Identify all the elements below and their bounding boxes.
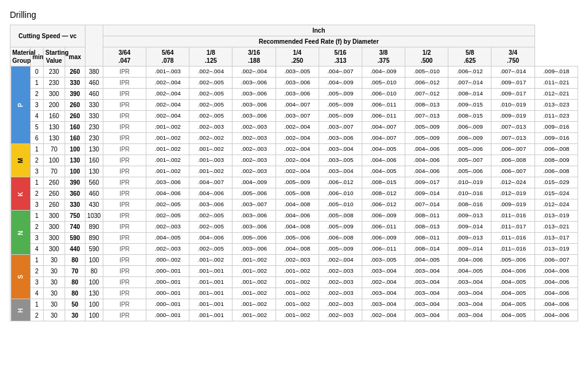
max-value: 100 bbox=[85, 299, 103, 310]
feed-rate: .006–.012 bbox=[319, 177, 362, 188]
min-value: 30 bbox=[43, 288, 65, 299]
starting-value: 750 bbox=[65, 211, 85, 222]
feed-rate: .004–.006 bbox=[534, 277, 578, 288]
unit: IPR bbox=[103, 188, 146, 199]
table-row: 2300390460IPR.002–.004.002–.005.003–.006… bbox=[10, 89, 578, 100]
feed-rate: .001–.001 bbox=[189, 277, 232, 288]
unit: IPR bbox=[103, 233, 146, 244]
feed-rate: .001–.002 bbox=[232, 266, 276, 277]
feed-rate: .007–.014 bbox=[491, 66, 534, 78]
feed-rate: .006–.011 bbox=[362, 111, 405, 122]
feed-rate: .005–.009 bbox=[319, 244, 362, 255]
feed-rate: .003–.007 bbox=[232, 199, 276, 211]
feed-rate: .002–.004 bbox=[146, 78, 189, 89]
starting-value: 160 bbox=[65, 133, 85, 144]
feed-rate: .004–.008 bbox=[276, 222, 319, 233]
unit: IPR bbox=[103, 66, 146, 78]
table-row: 4160260330IPR.002–.004.002–.005.003–.006… bbox=[10, 111, 578, 122]
feed-rate: .001–.001 bbox=[189, 266, 232, 277]
feed-rate: .012–.021 bbox=[534, 89, 578, 100]
table-row: 1230330460IPR.002–.004.002–.005.003–.006… bbox=[10, 78, 578, 89]
feed-rate: .004–.005 bbox=[491, 288, 534, 299]
row-number: 3 bbox=[30, 199, 43, 211]
feed-rate: .003–.007 bbox=[319, 122, 362, 133]
feed-rate: .013–.023 bbox=[534, 100, 578, 111]
row-number: 0 bbox=[30, 66, 43, 78]
feed-rate: .000–.002 bbox=[146, 255, 189, 266]
feed-rate: .004–.009 bbox=[362, 66, 405, 78]
max-value: 430 bbox=[85, 199, 103, 211]
d2-header: 5/64.078 bbox=[146, 47, 189, 66]
table-row: 6130160230IPR.001–.002.002–.002.002–.003… bbox=[10, 133, 578, 144]
feed-rate: .003–.006 bbox=[189, 199, 232, 211]
feed-rate: .005–.010 bbox=[362, 78, 405, 89]
feed-rate: .009–.017 bbox=[405, 177, 448, 188]
material-group-cell: P bbox=[10, 66, 31, 144]
min-value: 230 bbox=[43, 78, 65, 89]
starting-value: 390 bbox=[65, 89, 85, 100]
feed-rate: .007–.013 bbox=[491, 122, 534, 133]
feed-rate: .003–.005 bbox=[276, 66, 319, 78]
unit: IPR bbox=[103, 144, 146, 155]
feed-rate: .005–.010 bbox=[405, 66, 448, 78]
min-value: 160 bbox=[43, 111, 65, 122]
max-value: 330 bbox=[85, 100, 103, 111]
row-number: 2 bbox=[30, 266, 43, 277]
max-value: 380 bbox=[85, 66, 103, 78]
feed-rate: .009–.017 bbox=[491, 78, 534, 89]
feed-rate: .004–.005 bbox=[362, 144, 405, 155]
feed-rate: .003–.004 bbox=[405, 310, 448, 321]
max-value: 460 bbox=[85, 188, 103, 199]
table-row: P0230260380IPR.001–.003.002–.004.002–.00… bbox=[10, 66, 578, 78]
table-row: 5130160230IPR.001–.002.002–.003.002–.003… bbox=[10, 122, 578, 133]
feed-rate: .003–.004 bbox=[448, 299, 491, 310]
feed-rate: .008–.012 bbox=[362, 188, 405, 199]
max-value: 230 bbox=[85, 122, 103, 133]
starting-value: 260 bbox=[65, 66, 85, 78]
feed-rate: .001–.002 bbox=[146, 144, 189, 155]
feed-rate: .001–.002 bbox=[276, 266, 319, 277]
table-row: S13080100IPR.000–.002.001–.002.001–.002.… bbox=[10, 255, 578, 266]
feed-rate: .003–.006 bbox=[146, 177, 189, 188]
starting-value: 50 bbox=[65, 299, 85, 310]
feed-rate: .009–.014 bbox=[448, 244, 491, 255]
feed-rate: .002–.005 bbox=[189, 89, 232, 100]
feed-rate: .003–.004 bbox=[405, 277, 448, 288]
min-value: 230 bbox=[43, 66, 65, 78]
feed-rate: .008–.013 bbox=[405, 222, 448, 233]
feed-rate: .006–.012 bbox=[405, 78, 448, 89]
feed-rate: .001–.002 bbox=[276, 277, 319, 288]
feed-rate: .005–.006 bbox=[232, 188, 276, 199]
feed-rate: .006–.010 bbox=[319, 188, 362, 199]
row-number: 2 bbox=[30, 222, 43, 233]
feed-rate: .002–.003 bbox=[146, 222, 189, 233]
feed-rate: .003–.006 bbox=[232, 222, 276, 233]
feed-rate: .013–.021 bbox=[534, 222, 578, 233]
row-number: 2 bbox=[30, 89, 43, 100]
feed-rate: .002–.003 bbox=[189, 122, 232, 133]
feed-rate: .006–.009 bbox=[448, 133, 491, 144]
feed-rate: .003–.004 bbox=[362, 288, 405, 299]
feed-rate: .006–.009 bbox=[448, 122, 491, 133]
feed-rate: .001–.002 bbox=[232, 277, 276, 288]
feed-rate: .004–.008 bbox=[276, 199, 319, 211]
table-row: H13050100IPR.000–.001.001–.001.001–.002.… bbox=[10, 299, 578, 310]
max-value: 330 bbox=[85, 111, 103, 122]
starting-value: 260 bbox=[65, 100, 85, 111]
feed-rate: .000–.001 bbox=[146, 299, 189, 310]
feed-rate: .004–.006 bbox=[362, 155, 405, 166]
table-row: 23030100IPR.000–.001.001–.001.001–.002.0… bbox=[10, 310, 578, 321]
feed-rate: .004–.005 bbox=[362, 166, 405, 177]
unit: IPR bbox=[103, 78, 146, 89]
min-value: 260 bbox=[43, 199, 65, 211]
unit: IPR bbox=[103, 266, 146, 277]
feed-rate: .009–.014 bbox=[405, 188, 448, 199]
unit: IPR bbox=[103, 122, 146, 133]
max-value: 160 bbox=[85, 155, 103, 166]
row-number: 1 bbox=[30, 177, 43, 188]
feed-rate: .002–.003 bbox=[319, 266, 362, 277]
d7-header: 3/8.375 bbox=[362, 47, 405, 66]
row-number: 1 bbox=[30, 211, 43, 222]
feed-rate: .002–.003 bbox=[319, 310, 362, 321]
row-number: 4 bbox=[30, 111, 43, 122]
